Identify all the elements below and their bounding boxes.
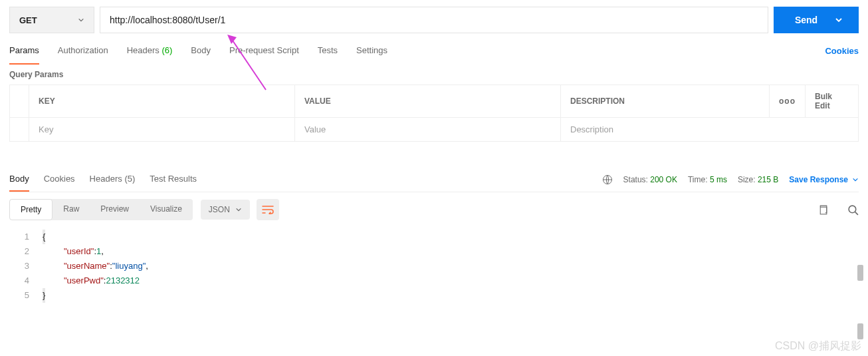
save-response-button[interactable]: Save Response — [789, 175, 859, 184]
status-label: Status: 200 OK — [623, 175, 677, 184]
description-input[interactable] — [570, 124, 849, 134]
table-row[interactable] — [10, 118, 859, 142]
col-value: VALUE — [295, 85, 561, 118]
wrap-lines-button[interactable] — [257, 199, 279, 220]
svg-point-2 — [849, 206, 856, 213]
headers-count: (6) — [162, 45, 172, 55]
time-value: 5 ms — [710, 175, 727, 184]
more-icon[interactable]: ooo — [779, 96, 796, 106]
view-mode-segment: Pretty Raw Preview Visualize — [9, 199, 193, 220]
query-params-label: Query Params — [9, 70, 859, 79]
tab-prerequest[interactable]: Pre-request Script — [229, 45, 299, 65]
rtab-test-results[interactable]: Test Results — [150, 174, 197, 192]
format-select[interactable]: JSON — [201, 200, 250, 220]
search-icon[interactable] — [847, 204, 859, 216]
globe-icon[interactable] — [602, 174, 613, 185]
size-value: 215 B — [758, 175, 778, 184]
response-tabs: Body Cookies Headers (5) Test Results St… — [9, 174, 859, 192]
size-label: Size: 215 B — [738, 175, 778, 184]
bulk-edit-button[interactable]: Bulk Edit — [815, 92, 832, 110]
scrollbar-thumb[interactable] — [857, 323, 863, 339]
watermark: CSDN @捕风捉影 — [775, 339, 861, 353]
status-value: 200 OK — [650, 175, 677, 184]
url-input[interactable] — [100, 7, 768, 33]
copy-icon[interactable] — [817, 204, 829, 216]
tab-settings[interactable]: Settings — [356, 45, 387, 65]
time-label: Time: 5 ms — [688, 175, 727, 184]
rtab-cookies[interactable]: Cookies — [44, 174, 75, 192]
view-toolbar: Pretty Raw Preview Visualize JSON — [9, 192, 859, 227]
tab-authorization[interactable]: Authorization — [58, 45, 108, 65]
tab-tests[interactable]: Tests — [318, 45, 338, 65]
view-preview[interactable]: Preview — [90, 199, 140, 220]
wrap-icon — [262, 205, 274, 214]
request-tabs: Params Authorization Headers (6) Body Pr… — [9, 33, 859, 65]
col-key: KEY — [29, 85, 295, 118]
method-label: GET — [19, 15, 37, 25]
send-button[interactable]: Send — [774, 7, 859, 33]
view-pretty[interactable]: Pretty — [9, 199, 53, 220]
value-input[interactable] — [304, 124, 551, 134]
method-select[interactable]: GET — [9, 7, 94, 33]
response-body[interactable]: 1{ 2"userId": 1, 3"userName": "liuyang",… — [9, 227, 859, 305]
request-bar: GET Send — [9, 7, 859, 33]
rtab-body[interactable]: Body — [9, 174, 29, 192]
tab-body[interactable]: Body — [191, 45, 211, 65]
key-input[interactable] — [39, 124, 285, 134]
chevron-down-icon — [852, 176, 859, 183]
send-label: Send — [795, 15, 817, 25]
col-description: DESCRIPTION — [561, 85, 770, 118]
scrollbar-thumb[interactable] — [857, 265, 863, 281]
chevron-down-icon[interactable] — [835, 16, 843, 24]
tab-headers[interactable]: Headers (6) — [127, 45, 173, 65]
rtab-headers[interactable]: Headers (5) — [90, 174, 136, 192]
tab-params[interactable]: Params — [9, 45, 39, 65]
params-table: KEY VALUE DESCRIPTION ooo Bulk Edit — [9, 85, 859, 142]
view-visualize[interactable]: Visualize — [140, 199, 193, 220]
response-section: Body Cookies Headers (5) Test Results St… — [9, 174, 859, 305]
resp-headers-count: (5) — [124, 174, 135, 184]
view-raw[interactable]: Raw — [53, 199, 90, 220]
cookies-link[interactable]: Cookies — [825, 46, 859, 64]
chevron-down-icon — [78, 17, 84, 23]
chevron-down-icon — [235, 206, 242, 213]
